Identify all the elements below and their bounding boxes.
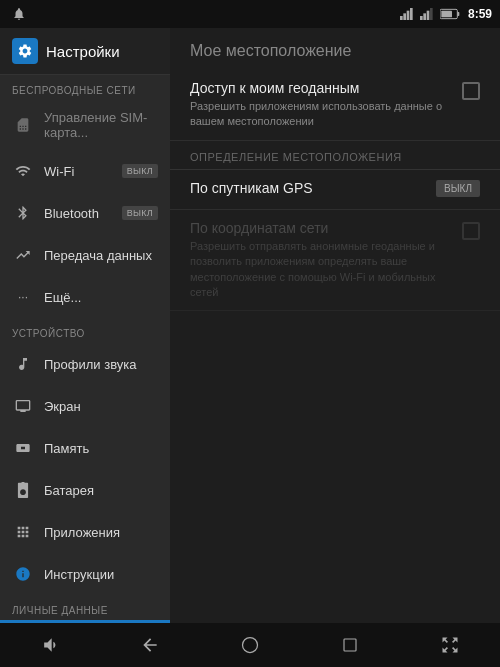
battery-sidebar-icon — [12, 479, 34, 501]
main-layout: Настройки БЕСПРОВОДНЫЕ СЕТИ Управление S… — [0, 28, 500, 623]
svg-rect-6 — [427, 11, 430, 20]
wifi-icon — [12, 160, 34, 182]
bluetooth-icon — [12, 202, 34, 224]
svg-rect-10 — [441, 11, 452, 18]
content-area: Мое местоположение Доступ к моим геоданн… — [170, 28, 500, 623]
network-subtitle: Разрешить отправлять анонимные геоданные… — [190, 239, 452, 301]
svg-rect-4 — [420, 16, 423, 20]
svg-rect-7 — [430, 8, 433, 20]
wifi-toggle: ВЫКЛ — [122, 164, 158, 178]
settings-gear-icon — [17, 43, 33, 59]
recent-btn[interactable] — [325, 623, 375, 667]
battery-label: Батарея — [44, 483, 158, 498]
expand-icon — [440, 635, 460, 655]
network-text: По координатам сети Разрешить отправлять… — [190, 220, 452, 301]
sidebar-item-memory[interactable]: Память — [0, 427, 170, 469]
back-btn[interactable] — [125, 623, 175, 667]
geodata-row[interactable]: Доступ к моим геоданным Разрешить прилож… — [170, 70, 500, 141]
sim-label: Управление SIM-карта... — [44, 110, 158, 140]
memory-icon — [12, 437, 34, 459]
volume-down-icon — [40, 635, 60, 655]
recent-icon — [341, 636, 359, 654]
display-icon — [12, 395, 34, 417]
home-icon — [240, 635, 260, 655]
status-time: 8:59 — [468, 7, 492, 21]
sidebar-item-apps[interactable]: Приложения — [0, 511, 170, 553]
network-title: По координатам сети — [190, 220, 452, 236]
status-icons: 8:59 — [400, 7, 492, 21]
app-title: Настройки — [46, 43, 120, 60]
bluetooth-label: Bluetooth — [44, 206, 112, 221]
svg-rect-1 — [403, 13, 406, 20]
sound-label: Профили звука — [44, 357, 158, 372]
geodata-checkbox[interactable] — [462, 82, 480, 100]
sidebar-item-bluetooth[interactable]: Bluetooth ВЫКЛ — [0, 192, 170, 234]
svg-rect-9 — [457, 12, 459, 16]
sidebar-item-more[interactable]: ··· Ещё... — [0, 276, 170, 318]
network-row[interactable]: По координатам сети Разрешить отправлять… — [170, 210, 500, 312]
back-icon — [140, 635, 160, 655]
app-header: Настройки — [0, 28, 170, 75]
sidebar-item-wifi[interactable]: Wi-Fi ВЫКЛ — [0, 150, 170, 192]
apps-icon — [12, 521, 34, 543]
svg-rect-3 — [410, 8, 413, 20]
sidebar-item-data[interactable]: Передача данных — [0, 234, 170, 276]
memory-label: Память — [44, 441, 158, 456]
expand-btn[interactable] — [425, 623, 475, 667]
bottom-nav — [0, 623, 500, 667]
notification-icon — [12, 7, 26, 21]
bluetooth-toggle: ВЫКЛ — [122, 206, 158, 220]
status-left — [8, 7, 396, 21]
svg-point-11 — [243, 638, 258, 653]
network-checkbox[interactable] — [462, 222, 480, 240]
more-label: Ещё... — [44, 290, 158, 305]
gps-title: По спутникам GPS — [190, 180, 436, 196]
display-label: Экран — [44, 399, 158, 414]
status-bar: 8:59 — [0, 0, 500, 28]
sound-icon — [12, 353, 34, 375]
gps-row[interactable]: По спутникам GPS ВЫКЛ — [170, 170, 500, 210]
sidebar-item-sound[interactable]: Профили звука — [0, 343, 170, 385]
wifi-label: Wi-Fi — [44, 164, 112, 179]
signal2-icon — [420, 8, 436, 20]
sidebar: Настройки БЕСПРОВОДНЫЕ СЕТИ Управление S… — [0, 28, 170, 623]
data-label: Передача данных — [44, 248, 158, 263]
svg-rect-0 — [400, 16, 403, 20]
data-icon — [12, 244, 34, 266]
geodata-text: Доступ к моим геоданным Разрешить прилож… — [190, 80, 452, 130]
battery-icon — [440, 8, 460, 20]
app-icon — [12, 38, 38, 64]
geodata-title: Доступ к моим геоданным — [190, 80, 452, 96]
instructions-label: Инструкции — [44, 567, 158, 582]
volume-down-btn[interactable] — [25, 623, 75, 667]
sim-icon — [12, 114, 34, 136]
section-location-label: ОПРЕДЕЛЕНИЕ МЕСТОПОЛОЖЕНИЯ — [170, 141, 500, 170]
gps-toggle-btn[interactable]: ВЫКЛ — [436, 180, 480, 197]
section-personal-label: ЛИЧНЫЕ ДАННЫЕ — [0, 595, 170, 620]
svg-rect-12 — [344, 639, 356, 651]
svg-rect-2 — [407, 11, 410, 20]
apps-label: Приложения — [44, 525, 158, 540]
sidebar-item-battery[interactable]: Батарея — [0, 469, 170, 511]
section-wireless-label: БЕСПРОВОДНЫЕ СЕТИ — [0, 75, 170, 100]
gps-text: По спутникам GPS — [190, 180, 436, 199]
svg-rect-5 — [423, 13, 426, 20]
sidebar-item-instructions[interactable]: Инструкции — [0, 553, 170, 595]
signal-icon — [400, 8, 416, 20]
geodata-subtitle: Разрешить приложениям использовать данны… — [190, 99, 452, 130]
section-device-label: УСТРОЙСТВО — [0, 318, 170, 343]
sidebar-item-display[interactable]: Экран — [0, 385, 170, 427]
instructions-icon — [12, 563, 34, 585]
sidebar-item-sim[interactable]: Управление SIM-карта... — [0, 100, 170, 150]
more-icon: ··· — [12, 286, 34, 308]
content-title: Мое местоположение — [170, 28, 500, 70]
home-btn[interactable] — [225, 623, 275, 667]
